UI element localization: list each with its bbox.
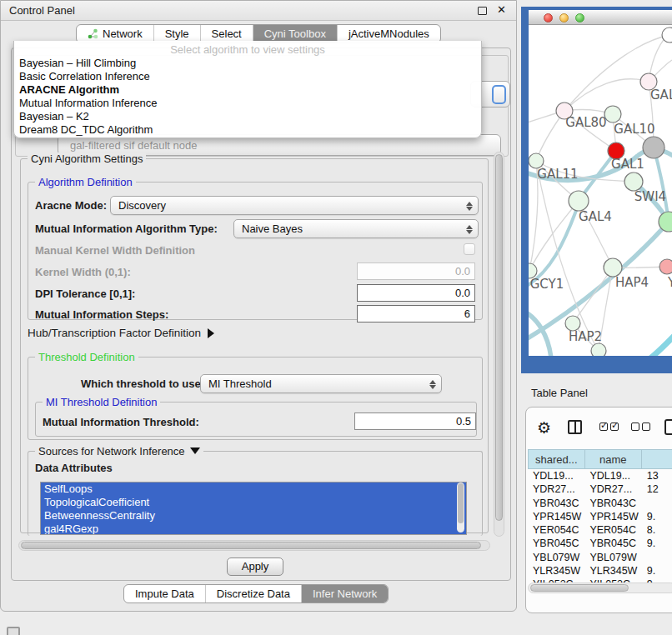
network-node-y[interactable]	[659, 259, 672, 274]
dropdown-item-aracne-algorithm[interactable]: ARACNE Algorithm	[14, 83, 481, 97]
table-row[interactable]: YBR043CYBR043C	[528, 497, 672, 510]
mac-close-icon[interactable]	[544, 13, 553, 22]
control-panel-title: Control Panel	[9, 4, 75, 17]
tab-infer-network[interactable]: Infer Network	[302, 585, 388, 602]
dropdown-items: Bayesian – Hill ClimbingBasic Correlatio…	[14, 57, 481, 137]
table-row[interactable]: YBR045CYBR045C9.	[528, 537, 672, 550]
deselect-all-columns-icon[interactable]	[631, 422, 650, 431]
dropdown-item-dream8-dc-tdc-algorithm[interactable]: Dream8 DC_TDC Algorithm	[14, 123, 481, 137]
which-threshold-label: Which threshold to use:	[81, 378, 204, 390]
tab-label: jActiveMNodules	[349, 28, 429, 40]
mi-threshold-field[interactable]	[354, 412, 476, 430]
table-cell	[642, 497, 672, 510]
which-threshold-combo[interactable]: MI Threshold	[200, 374, 442, 393]
mac-minimize-icon[interactable]	[559, 13, 569, 22]
dropdown-item-basic-correlation-inference[interactable]: Basic Correlation Inference	[14, 70, 481, 83]
dpi-tolerance-field[interactable]	[357, 284, 475, 302]
table-row[interactable]: YER054CYER054C8.	[528, 523, 672, 537]
combo-stepper-icon	[428, 378, 437, 391]
table-row[interactable]: YDR27...YDR27...12	[528, 482, 672, 496]
table-cell: YBR043C	[528, 497, 584, 510]
tab-impute-data[interactable]: Impute Data	[124, 585, 206, 602]
network-node-swi4[interactable]	[624, 172, 643, 191]
network-node-gal4[interactable]	[569, 191, 589, 211]
network-view-window[interactable]: GALGAL80GAL10GAL1GAL11SWI4GAL4GCY1HAP4YH…	[521, 7, 672, 373]
mi-threshold-definition-title: MI Threshold Definition	[43, 396, 160, 408]
expand-arrow-icon[interactable]	[208, 328, 214, 338]
tab-label: Impute Data	[135, 588, 194, 600]
sources-title[interactable]: Sources for Network Inference	[35, 445, 203, 458]
network-node-unlabeled[interactable]	[662, 28, 672, 42]
manual-kernel-width-label: Manual Kernel Width Definition	[35, 244, 195, 257]
table-cell: 13	[642, 469, 672, 482]
select-all-columns-icon[interactable]	[599, 422, 619, 431]
settings-vertical-scrollbar[interactable]	[494, 152, 504, 537]
column-header-name[interactable]: name	[585, 449, 642, 469]
new-table-icon[interactable]	[664, 419, 672, 435]
attribute-item-betweennesscentrality[interactable]: BetweennessCentrality	[41, 509, 466, 522]
mi-algorithm-type-combo[interactable]: Naive Bayes	[233, 219, 479, 238]
partial-corner-icon[interactable]	[7, 627, 20, 635]
tab-cyni-toolbox[interactable]: Cyni Toolbox	[253, 25, 338, 42]
which-threshold-value: MI Threshold	[208, 378, 272, 390]
table-row[interactable]: YDL19...YDL19...13	[528, 469, 672, 482]
tab-select[interactable]: Select	[201, 25, 253, 42]
collapse-arrow-icon[interactable]	[190, 448, 200, 454]
close-icon[interactable]: ✕	[497, 3, 506, 16]
data-attributes-list[interactable]: SelfLoopsTopologicalCoefficientBetweenne…	[40, 482, 467, 535]
manual-kernel-width-checkbox[interactable]	[464, 243, 475, 255]
float-window-icon[interactable]	[478, 7, 487, 15]
network-window-titlebar[interactable]	[529, 10, 672, 25]
settings-horizontal-scrollbar[interactable]	[18, 540, 490, 551]
network-node-gal10[interactable]	[604, 106, 621, 122]
aracne-mode-combo[interactable]: Discovery	[110, 196, 479, 215]
bottom-tabbar: Impute DataDiscretize DataInfer Network	[123, 584, 389, 603]
control-panel-titlebar[interactable]: Control Panel ✕	[1, 1, 516, 21]
apply-button[interactable]: Apply	[227, 558, 283, 576]
gear-icon[interactable]: ⚙	[537, 418, 551, 438]
attribute-item-topologicalcoefficient[interactable]: TopologicalCoefficient	[41, 496, 466, 509]
node-label-gal80: GAL80	[565, 115, 606, 130]
combo-stepper-icon	[464, 199, 474, 212]
table-row[interactable]: YPR145WYPR145W9.	[528, 510, 672, 523]
table-horizontal-scrollbar[interactable]	[528, 582, 672, 593]
threshold-definition-title: Threshold Definition	[35, 351, 138, 363]
node-label-gal11: GAL11	[537, 167, 578, 182]
network-canvas[interactable]: GALGAL80GAL10GAL1GAL11SWI4GAL4GCY1HAP4YH…	[529, 25, 672, 356]
table-cell: YDL19...	[528, 469, 584, 482]
table-cell: YPR145W	[584, 510, 641, 523]
hub-transcription-factor-section[interactable]: Hub/Transcription Factor Definition	[28, 327, 214, 339]
attribute-item-selfloops[interactable]: SelfLoops	[41, 482, 466, 496]
tab-jactivemnodules[interactable]: jActiveMNodules	[338, 25, 440, 42]
tab-discretize-data[interactable]: Discretize Data	[206, 585, 302, 602]
dropdown-item-bayesian-k2[interactable]: Bayesian – K2	[14, 110, 481, 123]
table-cell: YBR045C	[528, 537, 584, 550]
column-header-cut[interactable]	[642, 449, 672, 469]
table-row[interactable]: YBL079WYBL079W	[528, 551, 672, 564]
table-row[interactable]: YLR345WYLR345W9.	[528, 564, 672, 578]
table-header-row: shared...name	[528, 449, 672, 469]
threshold-definition-group: Threshold Definition Which threshold to …	[28, 357, 483, 440]
list-scrollbar[interactable]	[457, 482, 464, 532]
kernel-width-field[interactable]	[357, 262, 475, 280]
network-node-hap4[interactable]	[604, 258, 622, 277]
column-header-shared[interactable]: shared...	[528, 449, 585, 469]
mac-zoom-icon[interactable]	[575, 13, 584, 22]
tab-style[interactable]: Style	[154, 25, 201, 42]
tab-label: Network	[103, 28, 143, 40]
node-label-hap2: HAP2	[569, 329, 602, 344]
attribute-item-gal4rgexp[interactable]: gal4RGexp	[41, 522, 466, 535]
network-node-unlabeled[interactable]	[643, 137, 664, 158]
dropdown-item-mutual-information-inference[interactable]: Mutual Information Inference	[14, 97, 481, 110]
network-node-unlabeled[interactable]	[591, 343, 606, 356]
tab-network[interactable]: Network	[77, 25, 154, 42]
algorithm-dropdown-list: Select algorithm to view settings Bayesi…	[13, 41, 482, 138]
aracne-mode-label: Aracne Mode:	[35, 199, 107, 212]
mi-algorithm-type-value: Naive Bayes	[242, 222, 303, 235]
dropdown-item-bayesian-hill-climbing[interactable]: Bayesian – Hill Climbing	[14, 57, 481, 70]
combo-stepper-icon	[464, 222, 474, 236]
column-layout-icon[interactable]	[568, 420, 582, 434]
mi-steps-field[interactable]	[357, 305, 475, 322]
node-label-gal1: GAL1	[611, 157, 644, 172]
table-cell: 9.	[642, 564, 672, 578]
